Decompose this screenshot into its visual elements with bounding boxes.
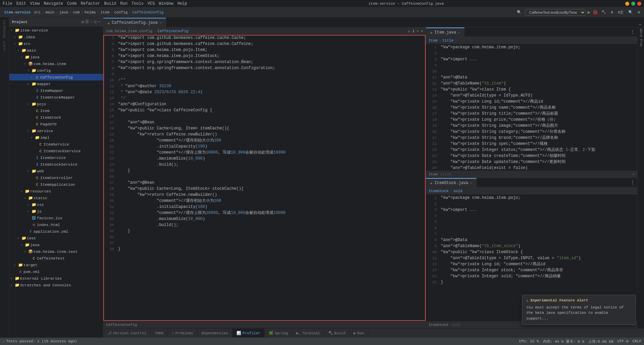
tab-item-java[interactable]: ☕ Item.java ✕ <box>426 27 465 37</box>
run-config-selector[interactable]: CaffeineTest.testEvictByTime <box>525 9 586 16</box>
tree-item-index.html[interactable]: H index.html <box>9 221 103 228</box>
menu-help[interactable]: Help <box>177 1 187 6</box>
tab-dependencies[interactable]: Dependencies <box>198 329 232 338</box>
item-class-link[interactable]: Item <box>429 39 437 43</box>
breadcrumb-com[interactable]: com <box>73 10 80 14</box>
tree-item-caffeinetest[interactable]: C CaffeineTest <box>9 255 103 262</box>
toolbar-build-icon[interactable]: 🔨 <box>600 9 607 15</box>
toolbar-gear-icon[interactable]: ⚙ <box>636 9 641 15</box>
tab-terminal[interactable]: ▶_ Terminal <box>292 329 324 338</box>
debug-button[interactable]: 🐞 <box>592 9 598 15</box>
bookmarks-icon[interactable]: Bookmarks <box>2 19 7 39</box>
tab-todo[interactable]: TODO <box>151 329 168 338</box>
menu-build[interactable]: Build <box>104 1 116 6</box>
toolbar-search-icon[interactable]: 🔍 <box>516 9 523 15</box>
tab-version-control[interactable]: ⎇ Version Control <box>103 329 151 338</box>
tree-item-favicon.ico[interactable]: 🖼 favicon.ico <box>9 215 103 221</box>
learn-icon[interactable]: Learn <box>2 40 7 52</box>
panel-icon-sort[interactable]: ↕ <box>90 19 93 24</box>
item-title-field[interactable]: title <box>442 39 453 43</box>
tree-item-itemstock[interactable]: C ItemStock <box>9 114 103 121</box>
tree-item-itemmapper[interactable]: I ItemMapper <box>9 87 103 94</box>
maximize-button[interactable] <box>631 2 635 6</box>
breadcrumb-java[interactable]: java <box>59 10 68 14</box>
code-lines[interactable]: "kw">import com.github.benmanes.caffeine… <box>115 35 426 252</box>
tree-item-main[interactable]: ▾ 📁 main <box>9 47 103 54</box>
itemstock-class-link[interactable]: ItemStock <box>429 189 448 193</box>
menu-refactor[interactable]: Refactor <box>81 1 100 6</box>
right-top-menu-icon[interactable]: ⋮ <box>628 30 637 35</box>
toolbar-settings-icon[interactable]: ⚙ <box>609 9 614 15</box>
tests-passed-status[interactable]: ✓ Tests passed: 1 (15 minutes ago) <box>3 339 77 344</box>
tree-item-java[interactable]: ▾ 📁 java <box>9 241 103 248</box>
panel-icon-filter[interactable]: ☰ <box>85 19 89 24</box>
panel-icon-minimize[interactable]: — <box>98 19 100 24</box>
menu-bar[interactable]: File Edit View Navigate Code Refactor Bu… <box>3 1 187 6</box>
tree-item-web[interactable]: ▾ 📁 web <box>9 168 103 174</box>
tree-item-target[interactable]: ▸ 📁 target <box>9 262 103 268</box>
toolbar-search2-icon[interactable]: 🔍 <box>627 9 634 15</box>
menu-edit[interactable]: Edit <box>16 1 26 6</box>
tab-close-button[interactable]: ✕ <box>160 21 162 25</box>
tree-item-itemservice[interactable]: C ItemService <box>9 141 103 148</box>
menu-vcs[interactable]: VCS <box>148 1 155 6</box>
menu-tools[interactable]: Tools <box>131 1 144 6</box>
breadcrumb-heima[interactable]: heima <box>85 10 96 14</box>
close-editor-icon[interactable]: ✕ <box>421 29 423 33</box>
tree-item-com.heima.item.test[interactable]: ▾ 📦 com.heima.item.test <box>9 248 103 255</box>
tree-item-scratches-and-consoles[interactable]: ▸ 📁 Scratches and Consoles <box>9 282 103 288</box>
breadcrumb-class[interactable]: CaffeineConfig <box>157 29 188 33</box>
breadcrumb-src[interactable]: src <box>34 10 41 14</box>
tab-more-button[interactable]: ⋯ <box>636 22 644 27</box>
tree-item-resources[interactable]: ▾ 📁 resources <box>9 188 103 194</box>
tree-item-test[interactable]: ▾ 📁 test <box>9 235 103 241</box>
minimize-button[interactable] <box>625 2 629 6</box>
network-status[interactable]: 上传:0.06 KB <box>588 339 613 344</box>
breadcrumb-config-item[interactable]: com.heima.item.config <box>106 29 153 33</box>
breadcrumb-item[interactable]: item <box>101 10 109 14</box>
tree-item-src[interactable]: ▾ 📁 src <box>9 40 103 47</box>
tree-item-item-service[interactable]: ▾ 📁 item-service <box>9 27 103 34</box>
close-button[interactable] <box>637 2 641 6</box>
tab-build[interactable]: 🔨 Build <box>324 329 350 338</box>
right-top-code-lines[interactable]: "kw">package com.heima.item.pojo; "kw">i… <box>438 44 637 170</box>
toolbar-translate-icon[interactable]: A文 <box>616 9 625 15</box>
tree-item-com.heima.item[interactable]: ▾ 📦 com.heima.item <box>9 60 103 67</box>
tab-caffeine-config[interactable]: ☕ CaffeineConfig.java ✕ <box>103 18 166 27</box>
tab-spring[interactable]: 🌿 Spring <box>265 329 292 338</box>
tree-item-itemservice[interactable]: I ItemService <box>9 154 103 161</box>
tab-problems[interactable]: ⚠ Problems <box>168 329 197 338</box>
run-button[interactable]: ▶ <box>588 9 590 15</box>
menu-code[interactable]: Code <box>67 1 77 6</box>
tree-item-external-libraries[interactable]: ▸ 📁 External Libraries <box>9 275 103 282</box>
menu-run[interactable]: Run <box>120 1 127 6</box>
expand-icon[interactable]: ▾ <box>417 29 419 33</box>
tree-item-itemstockservice[interactable]: C ItemStockService <box>9 148 103 154</box>
tree-item-itemcontroller[interactable]: C ItemController <box>9 174 103 181</box>
tree-item-config[interactable]: ▾ 📁 config <box>9 67 103 74</box>
itemstock-tab-close[interactable]: ✕ <box>470 181 472 185</box>
tab-run[interactable]: ▶ Run <box>350 329 368 338</box>
line-sep-status[interactable]: CRLF <box>633 339 641 344</box>
encoding-status[interactable]: UTF-8 <box>618 339 629 344</box>
tree-item-caffeineconfig[interactable]: ▸ C CaffeineConfig <box>9 74 103 80</box>
breadcrumb-config[interactable]: config <box>114 10 128 14</box>
left-code-area[interactable]: 3456789101112131415161718192021222324252… <box>103 35 426 321</box>
right-bottom-menu-icon[interactable]: ⋮ <box>628 180 637 185</box>
right-bottom-code-lines[interactable]: "kw">package com.heima.item.pojo; "kw">i… <box>438 195 637 285</box>
breadcrumb-file[interactable]: CaffeineConfig <box>132 10 163 14</box>
panel-icon-settings[interactable]: ⚙ <box>94 19 97 24</box>
tree-item-itemstockmapper[interactable]: I ItemStockMapper <box>9 94 103 101</box>
tree-item-css[interactable]: ▸ 📁 css <box>9 201 103 208</box>
tree-item-java[interactable]: ▾ 📁 java <box>9 54 103 60</box>
tree-item-.idea[interactable]: ▸ 📁 .idea <box>9 34 103 40</box>
tree-item-itemapplication[interactable]: C ItemApplication <box>9 181 103 188</box>
tree-item-itemstockservice[interactable]: I ItemStockService <box>9 161 103 168</box>
tree-item-mapper[interactable]: ▾ 📁 mapper <box>9 80 103 87</box>
tree-item-pom.xml[interactable]: X pom.xml <box>9 268 103 275</box>
menu-file[interactable]: File <box>3 1 12 6</box>
tab-profiler[interactable]: 📊 Profiler <box>232 329 265 338</box>
tree-item-js[interactable]: ▸ 📁 js <box>9 208 103 215</box>
tree-item-service[interactable]: ▾ 📁 service <box>9 127 103 134</box>
memory-status[interactable]: 内存: 44 % 显卡: 9 % <box>543 339 584 344</box>
